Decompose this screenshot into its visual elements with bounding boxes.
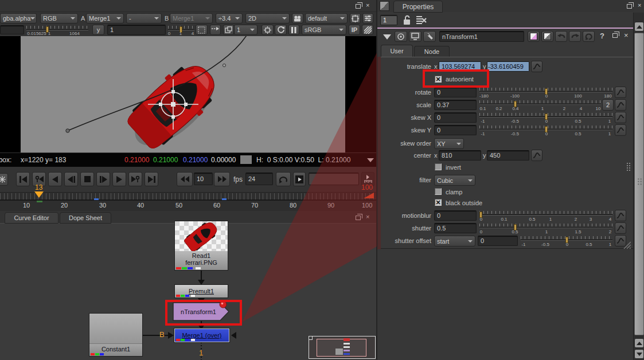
close-pane-icon[interactable]: × (366, 2, 369, 9)
lock-range-button[interactable] (0, 173, 8, 186)
jump-back-button[interactable] (177, 172, 193, 186)
jump-forward-button[interactable] (214, 172, 230, 186)
skew-y-animation-button[interactable] (615, 124, 626, 136)
clamp-checkbox[interactable] (435, 188, 442, 195)
goto-end-button[interactable] (145, 172, 158, 186)
timeline[interactable]: 10 20 30 40 50 60 70 80 90 100 (0, 192, 376, 211)
invert-checkbox[interactable] (435, 163, 442, 170)
loop-mode-button[interactable] (276, 172, 291, 186)
skew-order-dropdown[interactable]: XY (434, 138, 464, 149)
tab-node[interactable]: Node (414, 46, 450, 57)
settings-wrench-button[interactable] (423, 31, 436, 42)
center-animation-button[interactable] (531, 150, 542, 161)
b-buffer-dropdown[interactable]: Merge1 (170, 13, 213, 24)
redo-button[interactable] (569, 31, 581, 42)
stereo-camera-button[interactable] (292, 13, 303, 24)
crop-button[interactable] (261, 25, 274, 35)
black-outside-checkbox[interactable]: ✕ (435, 199, 442, 206)
diagonal-stripes-button[interactable] (362, 25, 373, 35)
monitor-output-button[interactable] (409, 31, 421, 42)
float-window-icon[interactable] (627, 4, 632, 9)
2d-view-dropdown[interactable]: 2D (245, 13, 290, 24)
close-window-icon[interactable]: × (638, 2, 641, 9)
skew-y-input[interactable]: 0 (434, 125, 477, 135)
node-graph-minimap[interactable] (309, 336, 376, 359)
translate-animation-button[interactable] (531, 61, 542, 72)
ip-button[interactable]: IP (349, 25, 360, 35)
downrez-dropdown[interactable]: ÷3.4 (216, 13, 243, 24)
float-panel-icon[interactable] (612, 33, 618, 38)
panel-resize-grip[interactable] (623, 241, 631, 249)
proxy-scale-dropdown[interactable]: 1 (234, 25, 257, 35)
lock-icon[interactable] (403, 15, 412, 25)
gain-toggle-button[interactable] (350, 13, 361, 24)
roi-button[interactable] (196, 25, 208, 35)
clear-panels-icon[interactable] (415, 15, 427, 25)
node-constant1[interactable]: Constant1 (89, 313, 143, 357)
gamma-input[interactable]: 1 (107, 25, 166, 35)
next-keyframe-button[interactable] (128, 172, 142, 186)
viewer-lut-dropdown[interactable]: sRGB (302, 25, 346, 35)
pane-menu-icon[interactable] (380, 1, 389, 11)
step-back-button[interactable] (64, 172, 78, 186)
goto-start-button[interactable] (16, 172, 30, 186)
float-pane-icon[interactable] (356, 4, 361, 9)
panel-collapse-icon[interactable] (383, 34, 391, 40)
scale-input[interactable]: 0.37 (434, 100, 477, 110)
pane-edge-grip[interactable] (626, 162, 631, 171)
tab-curve-editor[interactable]: Curve Editor (5, 212, 58, 224)
tab-user[interactable]: User (381, 45, 413, 57)
scale-dimensions-button[interactable]: 2 (602, 99, 614, 111)
shutter-offset-dropdown[interactable]: start (434, 236, 475, 246)
center-viewer-button[interactable] (395, 31, 407, 42)
shutter-animation-button[interactable] (615, 222, 626, 234)
layer-dropdown[interactable]: gba.alpha (0, 13, 37, 24)
skew-x-input[interactable]: 0 (434, 112, 477, 123)
help-icon[interactable]: ? (600, 32, 604, 40)
shutter-input[interactable]: 0.5 (434, 223, 477, 233)
refresh-button[interactable] (275, 25, 287, 35)
gain-input[interactable] (0, 25, 24, 34)
node-premult1[interactable]: Premult1 (174, 284, 228, 298)
revert-button[interactable] (583, 31, 595, 42)
viewer-image-area[interactable] (0, 36, 376, 152)
play-forward-button[interactable] (112, 172, 126, 186)
input-process-button[interactable] (210, 25, 221, 35)
node-read1[interactable]: Read1 ferrari.PNG (174, 221, 228, 271)
stop-button[interactable] (80, 172, 94, 186)
info-dropdown-icon[interactable] (367, 158, 374, 162)
wipe-dropdown[interactable]: - (126, 13, 162, 24)
step-forward-button[interactable] (96, 172, 110, 186)
close-pane-icon[interactable]: × (366, 213, 369, 220)
scroll-down-button[interactable] (634, 349, 644, 359)
view-dropdown[interactable]: default (305, 13, 348, 24)
scroll-up2-button[interactable] (634, 338, 644, 348)
viewer-settings-button[interactable] (362, 13, 373, 24)
play-backward-button[interactable] (48, 172, 62, 186)
fps-input[interactable]: 24 (245, 173, 273, 185)
translate-y-input[interactable]: -33.6160459 (487, 61, 529, 72)
tab-dope-sheet[interactable]: Dope Sheet (60, 212, 111, 224)
filter-dropdown[interactable]: Cubic (434, 175, 475, 186)
node-color-button[interactable] (528, 31, 540, 42)
center-y-input[interactable]: 450 (487, 150, 529, 161)
channels-dropdown[interactable]: RGB (40, 13, 78, 24)
center-x-input[interactable]: 810 (439, 150, 481, 161)
scrollbar-thumb[interactable] (634, 33, 644, 335)
scroll-up-button[interactable] (634, 22, 644, 32)
panel-count-input[interactable]: 1 (380, 15, 397, 25)
properties-scrollbar[interactable] (633, 13, 644, 360)
gamma-toggle[interactable]: y (92, 25, 104, 35)
motionblur-animation-button[interactable] (615, 210, 626, 221)
playhead-marker[interactable] (34, 191, 44, 198)
pause-button[interactable] (288, 25, 299, 35)
motionblur-input[interactable]: 0 (434, 210, 477, 221)
undo-button[interactable] (555, 31, 567, 42)
tab-properties[interactable]: Properties (393, 1, 443, 13)
shutter-offset-input[interactable]: 0 (478, 236, 518, 246)
motionblur-slider[interactable] (479, 211, 612, 218)
float-pane-icon[interactable] (356, 216, 361, 220)
close-panel-icon[interactable]: × (624, 31, 629, 40)
flipbook-button[interactable] (293, 172, 306, 186)
scale-animation-button[interactable] (615, 99, 626, 111)
